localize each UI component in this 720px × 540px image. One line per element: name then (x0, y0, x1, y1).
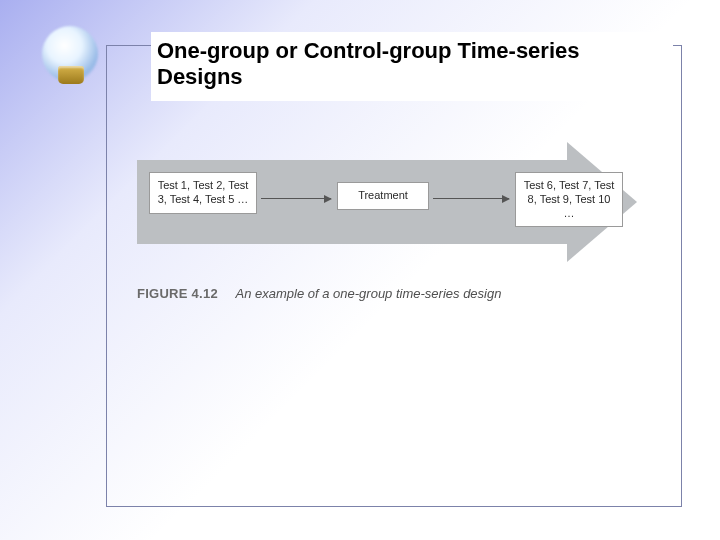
stage-pretests: Test 1, Test 2, Test 3, Test 4, Test 5 … (149, 172, 257, 214)
connector-arrow-icon (433, 198, 509, 199)
stage-label: Test 6, Test 7, Test 8, Test 9, Test 10 … (524, 179, 615, 219)
connector-arrow-icon (261, 198, 331, 199)
lightbulb-icon (34, 18, 114, 98)
stage-posttests: Test 6, Test 7, Test 8, Test 9, Test 10 … (515, 172, 623, 227)
stage-label: Treatment (358, 189, 408, 201)
title-block: One-group or Control-group Time-series D… (151, 32, 673, 101)
figure-number: FIGURE 4.12 (137, 286, 218, 301)
stage-label: Test 1, Test 2, Test 3, Test 4, Test 5 … (158, 179, 249, 205)
slide-title: One-group or Control-group Time-series D… (157, 38, 667, 91)
slide: One-group or Control-group Time-series D… (0, 0, 720, 540)
figure-area: Test 1, Test 2, Test 3, Test 4, Test 5 …… (137, 142, 651, 342)
figure-caption-text: An example of a one-group time-series de… (236, 286, 502, 301)
process-arrow: Test 1, Test 2, Test 3, Test 4, Test 5 …… (137, 142, 651, 262)
stage-treatment: Treatment (337, 182, 429, 210)
content-frame: One-group or Control-group Time-series D… (106, 45, 682, 507)
figure-caption: FIGURE 4.12 An example of a one-group ti… (137, 286, 651, 301)
